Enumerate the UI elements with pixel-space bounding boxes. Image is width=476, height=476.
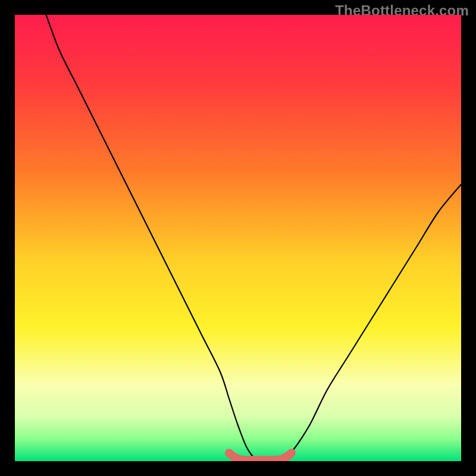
plot-area <box>15 15 461 461</box>
chart-stage: TheBottleneck.com <box>0 0 476 476</box>
gradient-background <box>15 15 461 461</box>
plot-svg <box>15 15 461 461</box>
